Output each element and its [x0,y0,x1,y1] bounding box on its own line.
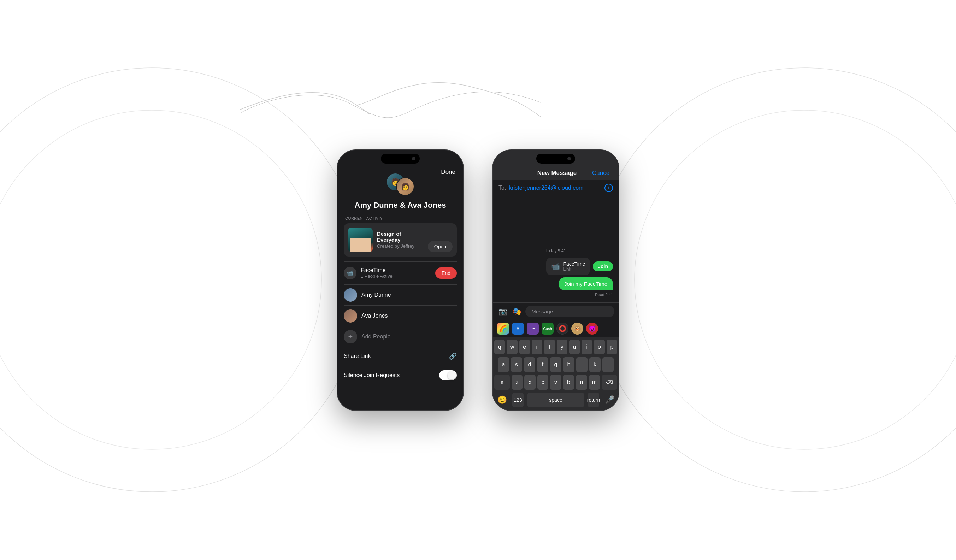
message-input-area: 📷 🎭 iMessage [493,302,619,320]
add-people-label: Add People [362,333,391,340]
key-q[interactable]: q [494,340,505,354]
mic-button[interactable]: 🎤 [603,393,616,407]
key-o[interactable]: o [594,340,604,354]
key-s[interactable]: s [511,357,522,372]
person-row-ava: Ava Jones [337,306,463,326]
ft-link-info: FaceTime Link [563,261,585,272]
delete-key[interactable]: ⌫ [602,375,617,390]
silence-row[interactable]: Silence Join Requests [337,365,463,385]
key-n[interactable]: n [576,375,587,390]
messages-phone: New Message Cancel To: kristenjenner264@… [492,149,620,411]
add-people-row[interactable]: + Add People [337,326,463,347]
soundcloud-icon[interactable]: 〜 [527,322,539,335]
activity-icon[interactable]: ⭕ [557,322,568,335]
key-w[interactable]: w [506,340,517,354]
facetime-sub: 1 People Active [361,274,435,279]
person-avatar-ava [344,309,357,322]
avatar-group: 🧑 👩 [386,173,414,196]
key-k[interactable]: k [589,357,601,372]
camera-button[interactable]: 📷 [497,306,508,317]
key-m[interactable]: m [589,375,600,390]
key-u[interactable]: u [569,340,580,354]
red-app-icon[interactable]: 😈 [586,322,598,335]
join-button[interactable]: Join [593,261,613,271]
silence-toggle[interactable] [439,370,457,380]
key-p[interactable]: p [607,340,617,354]
key-g[interactable]: g [550,357,561,372]
key-t[interactable]: t [544,340,555,354]
link-icon: 🔗 [449,352,457,360]
to-label: To: [498,185,506,191]
facetime-screen: Done 🧑 👩 Amy Dunne & Ava Jones CURRENT A… [337,150,463,410]
key-e[interactable]: e [519,340,530,354]
facetime-link-container: 📹 FaceTime Link Join [546,258,613,275]
key-j[interactable]: j [576,357,588,372]
key-v[interactable]: v [550,375,561,390]
person-row-amy: Amy Dunne [337,285,463,305]
numbers-key[interactable]: 123 [512,393,524,407]
key-x[interactable]: x [524,375,535,390]
facetime-name: FaceTime [361,267,435,274]
end-button[interactable]: End [435,267,457,279]
open-button[interactable]: Open [428,241,453,252]
keyboard-row-3: ⇧ z x c v b n m ⌫ [494,375,617,390]
messages-screen: New Message Cancel To: kristenjenner264@… [493,150,619,410]
facetime-icon: 📹 [344,267,357,280]
to-row: To: kristenjenner264@icloud.com + [493,180,619,196]
key-h[interactable]: h [563,357,574,372]
emoji-button[interactable]: 😊 [496,393,508,407]
memoji-button[interactable]: 🎭 [511,306,522,317]
activity-card: Design of Everyday Created by Jeffrey Op… [344,223,457,256]
person-name-ava: Ava Jones [362,313,388,319]
shift-key[interactable]: ⇧ [494,375,510,390]
message-input[interactable]: iMessage [525,306,614,317]
done-button[interactable]: Done [441,168,455,176]
facetime-link-bubble: 📹 FaceTime Link [546,258,590,275]
keyboard: q w e r t y u i o p a s d f g [493,337,619,410]
add-contact-button[interactable]: + [604,184,613,192]
key-d[interactable]: d [524,357,535,372]
activity-thumbnail [348,228,373,252]
key-l[interactable]: l [602,357,614,372]
message-body: Today 9:41 📹 FaceTime Link Join [493,196,619,302]
current-activity-label: CURRENT ACTIVIY [345,216,383,220]
read-receipt: Read 9:41 [595,293,613,297]
ft-link-title: FaceTime [563,261,585,267]
key-f[interactable]: f [537,357,548,372]
key-i[interactable]: i [582,340,592,354]
key-z[interactable]: z [511,375,522,390]
activity-title: Design of Everyday [377,231,424,243]
share-link-row[interactable]: Share Link 🔗 [337,347,463,365]
key-y[interactable]: y [557,340,568,354]
activity-info: Design of Everyday Created by Jeffrey [377,231,424,249]
keyboard-row-2: a s d f g h j k l [494,357,617,372]
space-key[interactable]: space [527,393,584,407]
to-email: kristenjenner264@icloud.com [509,185,604,191]
facetime-info: FaceTime 1 People Active [361,267,435,279]
keyboard-row-1: q w e r t y u i o p [494,340,617,354]
appstore-icon[interactable]: A [512,322,524,335]
camera-dot [412,157,415,160]
camera-icon: 📹 [347,270,354,276]
app-icons-row: 🌈 A 〜 Cash ⭕ 🐵 😈 [493,320,619,337]
person-avatar-amy [344,288,357,302]
key-a[interactable]: a [498,357,509,372]
return-key[interactable]: return [588,393,599,407]
add-circle-icon: + [344,330,357,343]
avatar-ava-face: 👩 [397,178,414,195]
photos-app-icon[interactable]: 🌈 [497,322,509,335]
key-b[interactable]: b [563,375,574,390]
activity-subtitle: Created by Jeffrey [377,244,424,249]
key-r[interactable]: r [532,340,542,354]
join-message-bubble: Join my FaceTime [558,277,613,290]
camera-dot-2 [568,157,571,160]
cancel-button[interactable]: Cancel [592,170,611,177]
cash-icon[interactable]: Cash [542,322,553,335]
key-c[interactable]: c [537,375,548,390]
notch-2 [536,154,575,164]
facetime-phone: Done 🧑 👩 Amy Dunne & Ava Jones CURRENT A… [336,149,464,411]
notch-1 [381,154,420,164]
building-graphic [350,238,371,252]
facetime-row: 📹 FaceTime 1 People Active End [337,262,463,285]
monkey-icon[interactable]: 🐵 [571,322,583,335]
